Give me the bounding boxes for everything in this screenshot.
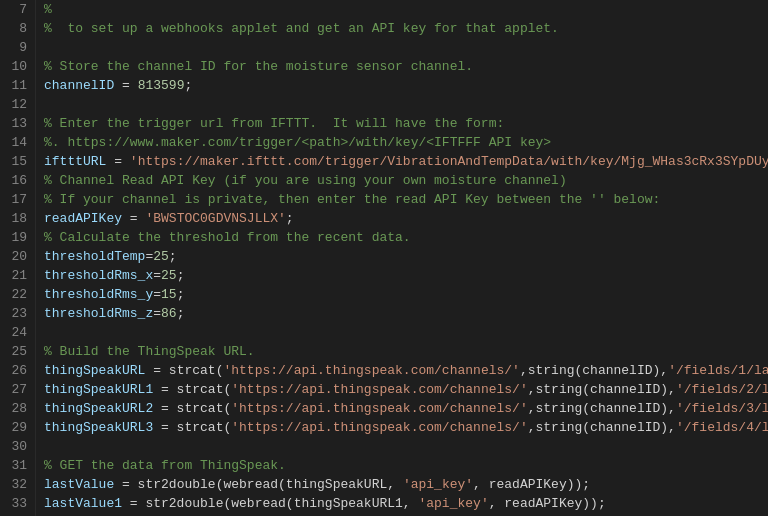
- plain-token: ;: [184, 78, 192, 93]
- code-editor: 7891011121314151617181920212223242526272…: [0, 0, 768, 516]
- code-line: %: [44, 0, 768, 19]
- variable-token: thresholdRms_y: [44, 287, 153, 302]
- line-number: 16: [4, 171, 27, 190]
- string-token: '/fields/3/la...: [676, 401, 768, 416]
- number-token: 86: [161, 306, 177, 321]
- plain-token: =: [153, 306, 161, 321]
- comment-token: % Store the channel ID for the moisture …: [44, 59, 473, 74]
- code-line: % GET the data from ThingSpeak.: [44, 456, 768, 475]
- code-line: thresholdRms_y=15;: [44, 285, 768, 304]
- line-number: 22: [4, 285, 27, 304]
- code-line: thingSpeakURL = strcat('https://api.thin…: [44, 361, 768, 380]
- code-area[interactable]: 7891011121314151617181920212223242526272…: [0, 0, 768, 516]
- comment-token: % to set up a webhooks applet and get an…: [44, 21, 559, 36]
- code-line: thingSpeakURL1 = strcat('https://api.thi…: [44, 380, 768, 399]
- plain-token: =: [122, 211, 145, 226]
- string-token: 'https://api.thingspeak.com/channels/': [231, 401, 527, 416]
- line-numbers: 7891011121314151617181920212223242526272…: [0, 0, 36, 516]
- line-number: 19: [4, 228, 27, 247]
- line-number: 12: [4, 95, 27, 114]
- line-number: 11: [4, 76, 27, 95]
- line-number: 14: [4, 133, 27, 152]
- plain-token: ;: [177, 306, 185, 321]
- code-line: % Calculate the threshold from the recen…: [44, 228, 768, 247]
- code-line: channelID = 813599;: [44, 76, 768, 95]
- line-number: 17: [4, 190, 27, 209]
- line-number: 23: [4, 304, 27, 323]
- string-token: 'https://api.thingspeak.com/channels/': [231, 382, 527, 397]
- comment-token: % Build the ThingSpeak URL.: [44, 344, 255, 359]
- code-line: thresholdRms_z=86;: [44, 304, 768, 323]
- plain-token: ,string(channelID),: [528, 382, 676, 397]
- line-number: 9: [4, 38, 27, 57]
- plain-token: = strcat(: [153, 420, 231, 435]
- code-line: % Build the ThingSpeak URL.: [44, 342, 768, 361]
- comment-token: % Calculate the threshold from the recen…: [44, 230, 411, 245]
- string-token: 'api_key': [403, 477, 473, 492]
- variable-token: thingSpeakURL: [44, 363, 145, 378]
- line-number: 21: [4, 266, 27, 285]
- comment-token: % Channel Read API Key (if you are using…: [44, 173, 567, 188]
- line-number: 32: [4, 475, 27, 494]
- line-number: 31: [4, 456, 27, 475]
- variable-token: thresholdTemp: [44, 249, 145, 264]
- string-token: '/fields/4/la...: [676, 420, 768, 435]
- variable-token: thingSpeakURL2: [44, 401, 153, 416]
- line-number: 10: [4, 57, 27, 76]
- code-line: lastValue = str2double(webread(thingSpea…: [44, 475, 768, 494]
- line-number: 13: [4, 114, 27, 133]
- code-line: % Store the channel ID for the moisture …: [44, 57, 768, 76]
- comment-token: % GET the data from ThingSpeak.: [44, 458, 286, 473]
- plain-token: =: [106, 154, 129, 169]
- code-content[interactable]: % % to set up a webhooks applet and get …: [36, 0, 768, 516]
- plain-token: ,string(channelID),: [520, 363, 668, 378]
- plain-token: = strcat(: [153, 401, 231, 416]
- line-number: 24: [4, 323, 27, 342]
- line-number: 27: [4, 380, 27, 399]
- line-number: 18: [4, 209, 27, 228]
- code-line: lastValue1 = str2double(webread(thingSpe…: [44, 494, 768, 513]
- plain-token: ,string(channelID),: [528, 401, 676, 416]
- code-line: [44, 95, 768, 114]
- line-number: 20: [4, 247, 27, 266]
- code-line: thresholdTemp=25;: [44, 247, 768, 266]
- code-line: [44, 437, 768, 456]
- variable-token: thresholdRms_x: [44, 268, 153, 283]
- code-line: % If your channel is private, then enter…: [44, 190, 768, 209]
- code-line: iftttURL = 'https://maker.ifttt.com/trig…: [44, 152, 768, 171]
- variable-token: readAPIKey: [44, 211, 122, 226]
- line-number: 15: [4, 152, 27, 171]
- plain-token: = strcat(: [145, 363, 223, 378]
- number-token: 25: [161, 268, 177, 283]
- code-line: thresholdRms_x=25;: [44, 266, 768, 285]
- variable-token: lastValue: [44, 477, 114, 492]
- string-token: 'https://api.thingspeak.com/channels/': [231, 420, 527, 435]
- string-token: '/fields/2/la...: [676, 382, 768, 397]
- code-line: [44, 323, 768, 342]
- line-number: 26: [4, 361, 27, 380]
- comment-token: % Enter the trigger url from IFTTT. It w…: [44, 116, 504, 131]
- plain-token: ;: [169, 249, 177, 264]
- variable-token: thingSpeakURL3: [44, 420, 153, 435]
- plain-token: ;: [177, 268, 185, 283]
- variable-token: thingSpeakURL1: [44, 382, 153, 397]
- line-number: 25: [4, 342, 27, 361]
- code-line: readAPIKey = 'BWSTOC0GDVNSJLLX';: [44, 209, 768, 228]
- number-token: 813599: [138, 78, 185, 93]
- code-line: thingSpeakURL3 = strcat('https://api.thi…: [44, 418, 768, 437]
- string-token: 'https://api.thingspeak.com/channels/': [223, 363, 519, 378]
- line-number: 7: [4, 0, 27, 19]
- code-line: [44, 38, 768, 57]
- line-number: 29: [4, 418, 27, 437]
- string-token: 'api_key': [418, 496, 488, 511]
- variable-token: iftttURL: [44, 154, 106, 169]
- plain-token: = str2double(webread(thingSpeakURL1,: [122, 496, 418, 511]
- comment-token: %. https://www.maker.com/trigger/<path>/…: [44, 135, 551, 150]
- string-token: 'https://maker.ifttt.com/trigger/Vibrati…: [130, 154, 768, 169]
- line-number: 28: [4, 399, 27, 418]
- variable-token: channelID: [44, 78, 114, 93]
- plain-token: =: [153, 268, 161, 283]
- code-line: thingSpeakURL2 = strcat('https://api.thi…: [44, 399, 768, 418]
- code-line: %. https://www.maker.com/trigger/<path>/…: [44, 133, 768, 152]
- plain-token: ;: [177, 287, 185, 302]
